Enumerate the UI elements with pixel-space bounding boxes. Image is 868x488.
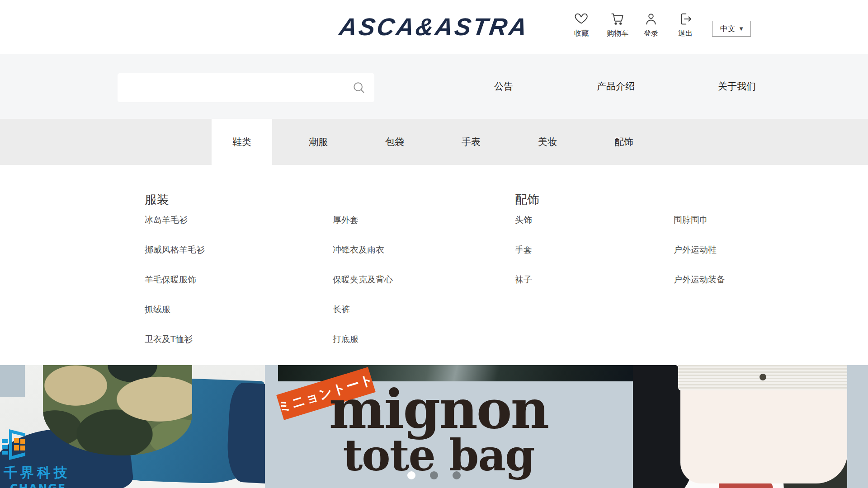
- brand-logo[interactable]: ASCA&ASTRA: [338, 13, 531, 41]
- menu-item[interactable]: 围脖围巾: [674, 214, 708, 225]
- login-button[interactable]: 登录: [634, 12, 668, 38]
- search-input[interactable]: [127, 73, 346, 103]
- menu-item[interactable]: 户外运动装备: [674, 273, 725, 285]
- menu-item[interactable]: 挪威风格羊毛衫: [145, 244, 205, 255]
- menu-item[interactable]: 卫衣及T恤衫: [145, 333, 193, 345]
- chevron-down-icon: ▼: [740, 26, 743, 31]
- hero-carousel[interactable]: ミニョントート mignon tote bag 千界科技: [0, 365, 868, 488]
- favorites-label: 收藏: [574, 29, 589, 38]
- menu-item[interactable]: 户外运动鞋: [674, 244, 717, 255]
- menu-item[interactable]: 头饰: [515, 214, 532, 225]
- menu-section-accessories: 配饰: [515, 192, 539, 208]
- photo-tote-bag-snap-button: [760, 374, 766, 380]
- photo-white-tote-bag: [680, 388, 847, 483]
- menu-item[interactable]: 袜子: [515, 273, 532, 285]
- subheader: 公告 产品介绍 关于我们: [0, 54, 868, 119]
- language-selector[interactable]: 中文 ▼: [712, 21, 751, 37]
- header: ASCA&ASTRA 收藏 购物车 登录 退出 中文 ▼: [0, 0, 868, 54]
- logout-button[interactable]: 退出: [668, 12, 703, 38]
- carousel-dot-3[interactable]: [453, 471, 461, 479]
- mega-menu-panel: 服装 配饰 冰岛羊毛衫 挪威风格羊毛衫 羊毛保暖服饰 抓绒服 卫衣及T恤衫 厚外…: [0, 165, 868, 365]
- carousel-slide-right-photo: [633, 365, 847, 488]
- carousel-slide-mignon: ミニョントート mignon tote bag: [265, 365, 633, 488]
- carousel-dot-1[interactable]: [407, 471, 415, 479]
- tab-watches[interactable]: 手表: [441, 119, 501, 165]
- cart-icon: [610, 12, 625, 26]
- photo-wall-shadow: [0, 365, 25, 397]
- category-nav: 鞋类 潮服 包袋 手表 美妆 配饰: [0, 119, 868, 165]
- watermark-logo-icon: [0, 428, 29, 462]
- cart-button[interactable]: 购物车: [600, 12, 635, 38]
- menu-section-clothing: 服装: [145, 192, 169, 208]
- menu-item[interactable]: 手套: [515, 244, 532, 255]
- tab-beauty[interactable]: 美妆: [517, 119, 578, 165]
- tab-streetwear[interactable]: 潮服: [288, 119, 349, 165]
- heart-icon: [574, 12, 589, 26]
- menu-item[interactable]: 打底服: [333, 333, 359, 345]
- tab-bags[interactable]: 包袋: [364, 119, 425, 165]
- banner-headline-line2: tote bag: [329, 435, 548, 476]
- search-icon: [352, 80, 366, 95]
- banner-headline: mignon tote bag: [329, 384, 548, 476]
- menu-item[interactable]: 羊毛保暖服饰: [145, 273, 196, 285]
- nav-link-about[interactable]: 关于我们: [718, 54, 756, 119]
- menu-item[interactable]: 厚外套: [333, 214, 359, 225]
- login-label: 登录: [644, 29, 658, 38]
- cart-label: 购物车: [607, 29, 628, 38]
- menu-item[interactable]: 保暖夹克及背心: [333, 273, 393, 285]
- menu-item[interactable]: 冰岛羊毛衫: [145, 214, 188, 225]
- tab-accessories[interactable]: 配饰: [594, 119, 654, 165]
- carousel-edge-gap: [847, 365, 868, 488]
- watermark-subtitle: –CHANGE–: [4, 482, 90, 488]
- photo-navy-fold: [226, 382, 265, 484]
- nav-link-products[interactable]: 产品介绍: [597, 54, 635, 119]
- nav-link-announcements[interactable]: 公告: [494, 54, 513, 119]
- search-button[interactable]: [352, 80, 366, 95]
- banner-headline-line1: mignon: [329, 384, 548, 435]
- carousel-dots: [0, 471, 868, 480]
- watermark: 千界科技 –CHANGE–: [0, 428, 90, 488]
- menu-item[interactable]: 长裤: [333, 303, 350, 315]
- menu-item[interactable]: 抓绒服: [145, 303, 170, 315]
- logout-label: 退出: [678, 29, 693, 38]
- logout-icon: [678, 12, 693, 26]
- carousel-dot-2[interactable]: [430, 471, 438, 479]
- search-box: [118, 73, 374, 102]
- language-selected: 中文: [720, 23, 736, 34]
- user-icon: [644, 12, 658, 26]
- menu-item[interactable]: 冲锋衣及雨衣: [333, 244, 384, 255]
- watermark-name: 千界科技: [4, 464, 90, 482]
- favorites-button[interactable]: 收藏: [564, 12, 599, 38]
- tab-shoes[interactable]: 鞋类: [212, 119, 272, 165]
